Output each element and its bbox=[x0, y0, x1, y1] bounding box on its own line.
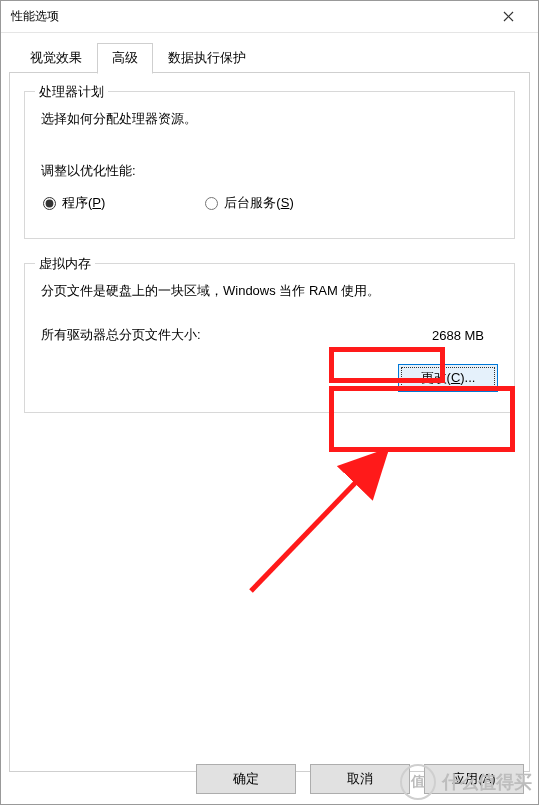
cancel-button[interactable]: 取消 bbox=[310, 764, 410, 794]
radio-background-services-label: 后台服务(S) bbox=[224, 194, 293, 212]
dialog-content: 视觉效果 高级 数据执行保护 处理器计划 选择如何分配处理器资源。 调整以优化性… bbox=[1, 33, 538, 780]
processor-scheduling-desc: 选择如何分配处理器资源。 bbox=[41, 110, 498, 128]
titlebar: 性能选项 bbox=[1, 1, 538, 33]
tab-dep[interactable]: 数据执行保护 bbox=[153, 43, 261, 73]
processor-scheduling-legend: 处理器计划 bbox=[35, 83, 108, 101]
tab-advanced[interactable]: 高级 bbox=[97, 43, 153, 74]
apply-button[interactable]: 应用(A) bbox=[424, 764, 524, 794]
ok-button[interactable]: 确定 bbox=[196, 764, 296, 794]
radio-programs-label: 程序(P) bbox=[62, 194, 105, 212]
tab-visual-effects[interactable]: 视觉效果 bbox=[15, 43, 97, 73]
virtual-memory-legend: 虚拟内存 bbox=[35, 255, 95, 273]
window-title: 性能选项 bbox=[11, 8, 488, 25]
radio-programs[interactable]: 程序(P) bbox=[43, 194, 105, 212]
dialog-window: 性能选项 视觉效果 高级 数据执行保护 处理器计划 选择如何分配处理器资源。 调… bbox=[0, 0, 539, 805]
radio-background-services[interactable]: 后台服务(S) bbox=[205, 194, 293, 212]
virtual-memory-group: 虚拟内存 分页文件是硬盘上的一块区域，Windows 当作 RAM 使用。 所有… bbox=[24, 263, 515, 413]
virtual-memory-total-row: 所有驱动器总分页文件大小: 2688 MB bbox=[41, 326, 498, 344]
change-button-row: 更改(C)... bbox=[41, 364, 498, 392]
close-button[interactable] bbox=[488, 2, 528, 32]
dialog-action-row: 确定 取消 应用(A) bbox=[196, 764, 524, 794]
radio-programs-input[interactable] bbox=[43, 197, 56, 210]
processor-scheduling-options: 程序(P) 后台服务(S) bbox=[43, 194, 498, 212]
close-icon bbox=[503, 11, 514, 22]
change-button[interactable]: 更改(C)... bbox=[398, 364, 498, 392]
virtual-memory-desc: 分页文件是硬盘上的一块区域，Windows 当作 RAM 使用。 bbox=[41, 282, 498, 300]
processor-scheduling-group: 处理器计划 选择如何分配处理器资源。 调整以优化性能: 程序(P) 后台服务(S… bbox=[24, 91, 515, 239]
virtual-memory-total-value: 2688 MB bbox=[418, 328, 498, 343]
tab-list: 视觉效果 高级 数据执行保护 bbox=[15, 43, 530, 73]
radio-background-services-input[interactable] bbox=[205, 197, 218, 210]
processor-scheduling-subhead: 调整以优化性能: bbox=[41, 162, 498, 180]
tab-panel-advanced: 处理器计划 选择如何分配处理器资源。 调整以优化性能: 程序(P) 后台服务(S… bbox=[9, 72, 530, 772]
virtual-memory-total-label: 所有驱动器总分页文件大小: bbox=[41, 326, 418, 344]
